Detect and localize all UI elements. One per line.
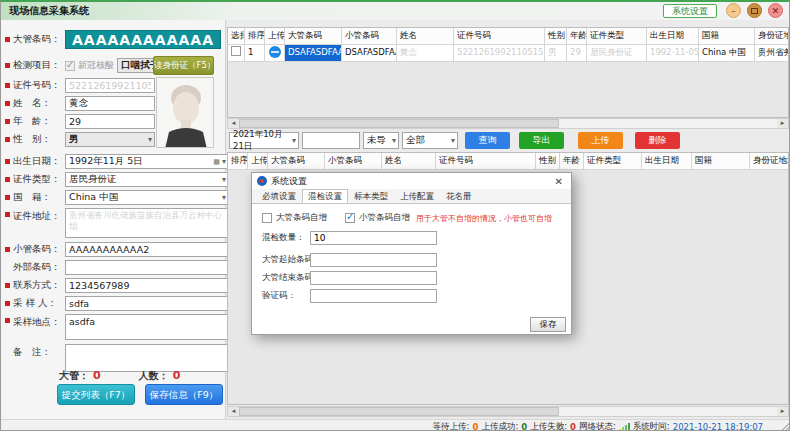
export-button[interactable]: 导出 [519,132,564,149]
upload-button[interactable]: 上传 [578,132,623,149]
small-barcode-input[interactable] [65,242,229,257]
minimize-button[interactable]: – [726,3,741,18]
row-gender: 男 [545,45,567,61]
col-name[interactable]: 姓名 [397,28,454,44]
captcha-input[interactable] [310,289,437,303]
col-gender[interactable]: 性别 [536,153,560,169]
big-barcode-input[interactable]: AAAAAAAAAAAA [65,30,221,49]
pending-upload-label: 等待上传: [433,421,470,431]
id-number-input[interactable] [65,78,155,93]
read-id-card-button[interactable]: 读身份证（F5） [153,56,214,75]
resize-grip[interactable] [781,423,789,431]
col-seq[interactable]: 排序 [245,28,265,44]
query-button[interactable]: 查询 [465,132,510,149]
age-input[interactable] [65,114,155,129]
app-window: 现场信息采集系统 系统设置 – ✕ 大管条码： AAAAAAAAAAAA 检测项… [0,0,790,431]
app-title: 现场信息采集系统 [1,4,89,18]
col-select[interactable]: 选择 [228,28,245,44]
col-big-barcode[interactable]: 大管条码 [285,28,342,44]
required-marker [5,195,10,200]
col-id-number[interactable]: 证件号码 [436,153,536,169]
upload-state-filter[interactable]: 未导 ▾ [363,132,399,149]
col-big-barcode[interactable]: 大管条码 [268,153,325,169]
system-time-label: 系统时间: [633,421,670,431]
sample-site-textarea[interactable]: asdfa [65,314,229,340]
table-row[interactable]: 1 DSAFASDFAAAS DSAFASDFAAAS1 黄念 52212619… [228,45,788,62]
big-start-input[interactable] [310,253,437,267]
big-auto-checkbox[interactable] [262,213,272,223]
close-button[interactable]: ✕ [768,3,783,18]
col-small-barcode[interactable]: 小管条码 [342,28,397,44]
dialog-close-icon[interactable]: ✕ [552,176,566,187]
col-nationality[interactable]: 国籍 [699,28,755,44]
id-address-row: 证件地址： 贵州省务川仡佬族苗族自治县万云村中心组 [5,208,229,238]
row-checkbox[interactable] [231,46,241,56]
big-end-input[interactable] [310,271,437,285]
tab-roster[interactable]: 花名册 [440,189,478,203]
col-address[interactable]: 身份证地址 [750,153,789,169]
toolbar-search-input[interactable] [302,132,360,149]
lower-table-hscrollbar[interactable]: ◂ ▸ [227,406,789,417]
portrait-photo [156,77,214,148]
submit-list-button[interactable]: 提交列表（F7） [57,384,135,405]
scroll-left-icon[interactable]: ◂ [228,407,239,416]
chevron-down-icon: ▾ [292,137,296,145]
maximize-button[interactable] [747,3,762,18]
col-birth-date[interactable]: 出生日期 [642,153,692,169]
upper-table-hscrollbar[interactable]: ◂ ▸ [227,118,789,129]
birth-date-picker[interactable]: 1992年11月 5日 ▦ ▾ [65,154,229,169]
col-id-type[interactable]: 证件类型 [584,153,642,169]
nationality-select[interactable]: China 中国 ▾ [65,190,229,205]
scrollbar-thumb[interactable] [239,119,559,128]
people-count-value: 0 [173,369,181,382]
name-row: 姓 名： [5,96,155,111]
external-barcode-input[interactable] [65,260,229,275]
id-address-textarea[interactable]: 贵州省务川仡佬族苗族自治县万云村中心组 [65,208,229,238]
covid-checkbox[interactable] [65,61,75,71]
save-info-button[interactable]: 保存信息（F9） [145,384,223,405]
col-name[interactable]: 姓名 [382,153,436,169]
col-age[interactable]: 年龄 [567,28,587,44]
date-filter-select[interactable]: 2021年10月21日 ▾ [229,132,299,149]
col-upload[interactable]: 上传 [248,153,268,169]
col-id-type[interactable]: 证件类型 [587,28,647,44]
sampler-input[interactable] [65,296,229,311]
tab-required-settings[interactable]: 必填设置 [256,189,302,203]
scroll-right-icon[interactable]: ▸ [777,407,788,416]
chevron-down-icon: ▾ [148,136,152,144]
scrollbar-thumb[interactable] [239,407,559,416]
col-upload[interactable]: 上传 [265,28,285,44]
id-number-row: 证件号码： [5,78,155,93]
system-settings-button[interactable]: 系统设置 [663,4,717,18]
tab-specimen-type[interactable]: 标本类型 [348,189,394,203]
contact-input[interactable] [65,278,229,293]
tab-mix-settings[interactable]: 混检设置 [302,189,348,203]
col-id-number[interactable]: 证件号码 [454,28,545,44]
col-seq[interactable]: 排序 [228,153,248,169]
col-nationality[interactable]: 国籍 [692,153,750,169]
dialog-save-button[interactable]: 保存 [530,317,566,332]
row-birth-date: 1992-11-05 [647,45,699,61]
col-age[interactable]: 年龄 [560,153,584,169]
network-signal-icon [619,423,630,431]
mix-count-input[interactable] [310,231,437,245]
scroll-left-icon[interactable]: ◂ [228,119,239,128]
col-address[interactable]: 身份证地址 [755,28,789,44]
scope-filter[interactable]: 全部 ▾ [402,132,458,149]
network-status-label: 网络状态: [579,421,616,431]
row-big-barcode[interactable]: DSAFASDFAAAS [285,45,342,61]
required-marker [5,283,10,288]
col-gender[interactable]: 性别 [545,28,567,44]
col-small-barcode[interactable]: 小管条码 [325,153,382,169]
gender-select[interactable]: 男 ▾ [65,132,155,147]
settings-dialog-icon [257,176,267,186]
mix-count-label: 混检数量： [262,232,310,244]
tab-upload-config[interactable]: 上传配置 [394,189,440,203]
pending-upload-value: 0 [472,422,478,431]
delete-button[interactable]: 删除 [635,132,680,149]
small-auto-checkbox[interactable] [345,213,355,223]
id-type-select[interactable]: 居民身份证 ▾ [65,172,229,187]
name-input[interactable] [65,96,155,111]
col-birth-date[interactable]: 出生日期 [647,28,699,44]
scroll-right-icon[interactable]: ▸ [777,119,788,128]
